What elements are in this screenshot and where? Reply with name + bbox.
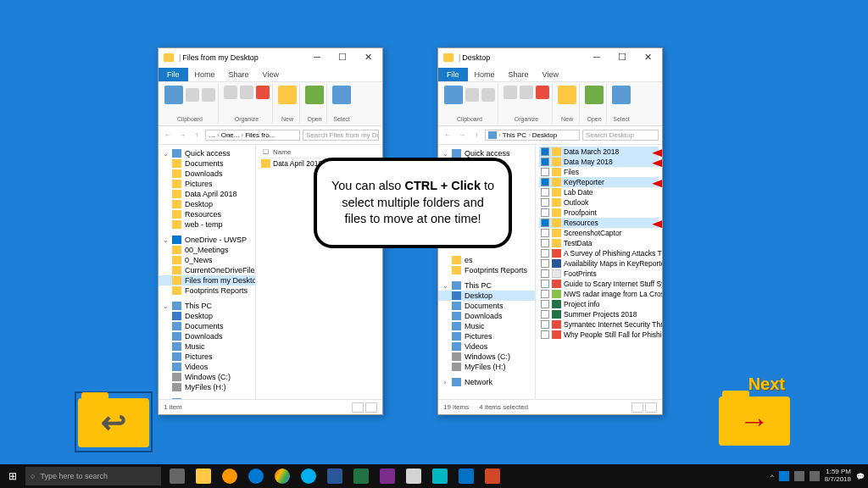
firefox-button[interactable] bbox=[217, 465, 242, 487]
titlebar[interactable]: | Files from my Desktop ─ ☐ ✕ bbox=[159, 48, 382, 67]
view-icons-icon[interactable] bbox=[645, 402, 657, 413]
nav-item[interactable]: 00_Meetings bbox=[159, 245, 255, 255]
checkbox[interactable] bbox=[541, 330, 549, 339]
checkbox[interactable] bbox=[541, 259, 549, 268]
nav-item[interactable]: Downloads bbox=[438, 311, 535, 321]
checkbox[interactable] bbox=[541, 178, 549, 186]
nav-item[interactable]: Data April 2018 bbox=[159, 189, 255, 199]
list-item[interactable]: FootPrints bbox=[539, 269, 659, 279]
checkbox[interactable] bbox=[541, 249, 549, 258]
breadcrumb[interactable]: ›This PC›Desktop bbox=[485, 130, 580, 141]
nav-item[interactable]: Desktop bbox=[159, 199, 255, 209]
pin-icon[interactable] bbox=[164, 86, 183, 104]
minimize-button[interactable]: ─ bbox=[304, 49, 330, 66]
tab-view[interactable]: View bbox=[256, 68, 286, 81]
new-folder-icon[interactable] bbox=[278, 86, 297, 104]
nav-item[interactable]: MyFiles (H:) bbox=[438, 362, 535, 372]
select-icon[interactable] bbox=[612, 86, 631, 104]
notifications-icon[interactable]: 💬 bbox=[856, 473, 865, 480]
checkbox[interactable] bbox=[541, 198, 549, 207]
nav-item[interactable]: Music bbox=[438, 321, 535, 331]
content-pane[interactable]: Data March 2018◀Data May 2018◀FilesKeyRe… bbox=[536, 145, 662, 399]
app2-button[interactable] bbox=[427, 465, 453, 487]
start-button[interactable]: ⊞ bbox=[0, 470, 25, 482]
copy-icon[interactable] bbox=[465, 88, 479, 102]
nav-item[interactable]: Pictures bbox=[159, 352, 255, 362]
list-item[interactable]: A Survey of Phishing Attacks Their Types bbox=[539, 248, 659, 258]
back-button[interactable]: ← bbox=[442, 130, 453, 141]
nav-item[interactable]: Documents bbox=[159, 321, 255, 331]
search-input[interactable]: Search Desktop bbox=[582, 130, 659, 141]
checkbox[interactable] bbox=[541, 280, 549, 288]
view-icons-icon[interactable] bbox=[365, 402, 377, 413]
search-input[interactable]: Search Files from my Des... bbox=[303, 130, 379, 141]
nav-item[interactable]: Resources bbox=[159, 209, 255, 219]
next-button[interactable]: → bbox=[715, 391, 793, 452]
properties-icon[interactable] bbox=[305, 86, 324, 104]
edge-button[interactable] bbox=[243, 465, 269, 487]
checkbox[interactable] bbox=[541, 300, 549, 308]
copy-to-icon[interactable] bbox=[520, 86, 533, 99]
list-item[interactable]: Outlook bbox=[539, 197, 659, 208]
up-button[interactable]: ↑ bbox=[191, 130, 203, 141]
system-tray[interactable]: ^ 1:59 PM8/7/2018 💬 bbox=[771, 469, 868, 484]
delete-icon[interactable] bbox=[256, 86, 270, 99]
onedrive-tray-icon[interactable] bbox=[779, 471, 789, 481]
snip-button[interactable] bbox=[401, 465, 426, 487]
forward-button[interactable]: → bbox=[176, 130, 188, 141]
nav-pane[interactable]: ⌄Quick access DocumentsDownloadsPictures… bbox=[159, 145, 256, 399]
tab-home[interactable]: Home bbox=[188, 68, 222, 81]
checkbox[interactable] bbox=[541, 208, 549, 217]
checkbox[interactable] bbox=[541, 310, 549, 319]
list-item[interactable]: Data March 2018◀ bbox=[539, 147, 659, 157]
properties-icon[interactable] bbox=[585, 86, 604, 104]
close-button[interactable]: ✕ bbox=[355, 49, 381, 66]
nav-item[interactable]: Desktop bbox=[159, 311, 255, 321]
checkbox[interactable] bbox=[541, 229, 549, 237]
checkbox[interactable] bbox=[541, 239, 549, 247]
list-item[interactable]: ScreenshotCaptor bbox=[539, 228, 659, 238]
tab-share[interactable]: Share bbox=[502, 68, 536, 81]
list-item[interactable]: Files bbox=[539, 167, 659, 177]
nav-item[interactable]: CurrentOneDriveFiles bbox=[159, 265, 255, 275]
prev-button[interactable]: ↩ bbox=[75, 391, 153, 452]
minimize-button[interactable]: ─ bbox=[584, 49, 609, 66]
checkbox[interactable] bbox=[541, 158, 549, 166]
nav-item[interactable]: Files from my Desktop bbox=[159, 275, 255, 286]
tab-home[interactable]: Home bbox=[468, 68, 502, 81]
nav-item[interactable]: Pictures bbox=[159, 179, 255, 189]
excel-button[interactable] bbox=[348, 465, 374, 487]
list-item[interactable]: Why People Still Fall for Phishing Scams bbox=[539, 330, 659, 340]
nav-item[interactable]: Music bbox=[159, 341, 255, 352]
outlook-button[interactable] bbox=[453, 465, 479, 487]
list-item[interactable]: Resources◀ bbox=[539, 218, 659, 228]
paste-icon[interactable] bbox=[481, 88, 495, 102]
nav-item[interactable]: Footprints Reports bbox=[159, 286, 255, 296]
select-icon[interactable] bbox=[332, 86, 351, 104]
tab-view[interactable]: View bbox=[536, 68, 565, 81]
list-item[interactable]: Guide to Scary Internet Stuff Symantec C bbox=[539, 279, 659, 289]
list-item[interactable]: Availability Maps in KeyReporter - Sassa… bbox=[539, 258, 659, 269]
task-view-button[interactable] bbox=[164, 465, 190, 487]
nav-item[interactable]: Windows (C:) bbox=[159, 372, 255, 382]
list-item[interactable]: Project info bbox=[539, 299, 659, 309]
tab-share[interactable]: Share bbox=[222, 68, 256, 81]
view-details-icon[interactable] bbox=[632, 402, 643, 413]
checkbox[interactable] bbox=[541, 320, 549, 329]
maximize-button[interactable]: ☐ bbox=[330, 49, 355, 66]
list-item[interactable]: KeyReporter◀ bbox=[539, 177, 659, 187]
list-item[interactable]: Proofpoint bbox=[539, 208, 659, 218]
nav-item[interactable]: Documents bbox=[159, 158, 255, 169]
maximize-button[interactable]: ☐ bbox=[609, 49, 635, 66]
tray-up-icon[interactable]: ^ bbox=[771, 473, 774, 480]
checkbox[interactable] bbox=[541, 290, 549, 298]
list-item[interactable]: Lab Date bbox=[539, 187, 659, 197]
nav-item[interactable]: web - temp bbox=[159, 219, 255, 230]
close-button[interactable]: ✕ bbox=[635, 49, 660, 66]
list-item[interactable]: Symantec Internet Security Threat Repor bbox=[539, 319, 659, 330]
network-tray-icon[interactable] bbox=[794, 471, 804, 481]
nav-item[interactable]: Desktop bbox=[438, 291, 535, 301]
nav-item[interactable]: Downloads bbox=[159, 169, 255, 179]
new-folder-icon[interactable] bbox=[558, 86, 576, 104]
list-item[interactable]: Data May 2018◀ bbox=[539, 157, 659, 167]
